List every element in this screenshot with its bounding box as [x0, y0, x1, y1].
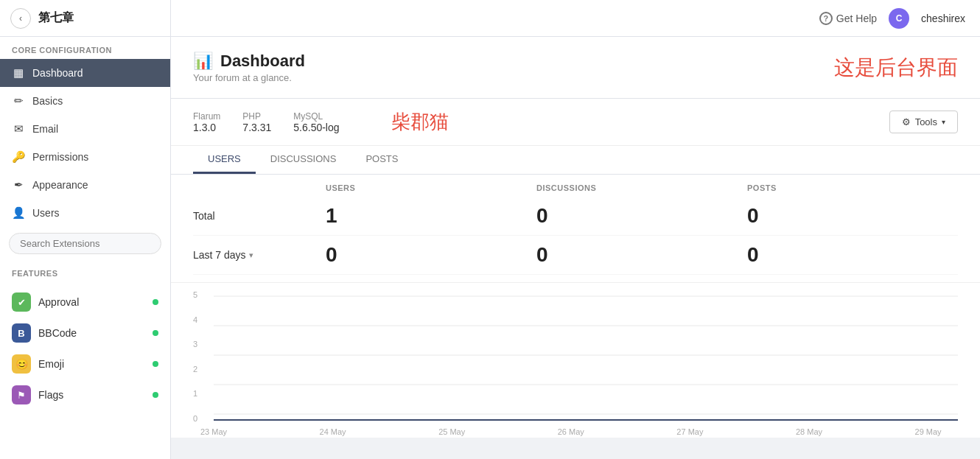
enabled-dot	[153, 392, 158, 398]
tools-button[interactable]: ⚙ Tools ▾	[889, 111, 958, 133]
main-area: ? Get Help C cheshirex 📊 Dashboard Your …	[171, 0, 980, 459]
chevron-down-icon[interactable]: ▾	[249, 250, 253, 260]
key-icon: 🔑	[12, 150, 25, 164]
dashboard-chart-icon: 📊	[193, 52, 213, 71]
sidebar-item-label: Dashboard	[32, 67, 83, 79]
last7days-label: Last 7 days ▾	[193, 249, 326, 261]
flags-icon: ⚑	[12, 385, 31, 404]
chinese-watermark2: 柴郡猫	[391, 109, 449, 135]
php-value: 7.3.31	[242, 122, 271, 133]
tools-label: Tools	[915, 116, 937, 127]
dashboard-header: 📊 Dashboard Your forum at a glance. 这是后台…	[171, 37, 980, 99]
y-axis: 0 1 2 3 4 5	[193, 290, 214, 438]
feature-label: BBCode	[38, 327, 145, 339]
mysql-value: 5.6.50-log	[293, 122, 339, 133]
tab-discussions[interactable]: DISCUSSIONS	[256, 146, 351, 174]
last7days-posts: 0	[747, 243, 958, 267]
help-label: Get Help	[836, 13, 877, 24]
sidebar-item-dashboard[interactable]: ▦ Dashboard	[0, 59, 170, 87]
sidebar-item-label: Permissions	[32, 151, 88, 163]
get-help-link[interactable]: ? Get Help	[819, 12, 877, 25]
stats-tabs: USERS DISCUSSIONS POSTS	[171, 146, 980, 175]
svg-text:25 May: 25 May	[438, 427, 466, 436]
chart-svg: 23 May 24 May 25 May 26 May 27 May 28 Ma…	[214, 290, 958, 438]
feature-item-bbcode[interactable]: B BBCode	[0, 318, 170, 348]
col-header-discussions: DISCUSSIONS	[536, 183, 747, 192]
svg-text:23 May: 23 May	[200, 427, 228, 436]
chart-container: 0 1 2 3 4 5	[193, 290, 958, 438]
stats-panel: Flarum 1.3.0 PHP 7.3.31 MySQL 5.6.50-log…	[171, 99, 980, 438]
total-discussions: 0	[536, 204, 747, 228]
tab-posts[interactable]: POSTS	[351, 146, 413, 174]
col-header-users: USERS	[326, 183, 536, 192]
username-label[interactable]: cheshirex	[921, 13, 965, 24]
email-icon: ✉	[12, 122, 25, 136]
total-posts: 0	[747, 204, 958, 228]
emoji-icon: 😊	[12, 354, 31, 374]
php-label: PHP	[242, 111, 271, 122]
feature-label: Approval	[38, 296, 145, 308]
flarum-value: 1.3.0	[193, 122, 220, 133]
sidebar-item-label: Basics	[32, 95, 63, 107]
sidebar-header: ‹ 第七章	[0, 0, 170, 37]
total-label: Total	[193, 210, 326, 222]
version-flarum: Flarum 1.3.0	[193, 111, 220, 133]
chart-inner: 23 May 24 May 25 May 26 May 27 May 28 Ma…	[214, 290, 958, 438]
sidebar: ‹ 第七章 CORE CONFIGURATION ▦ Dashboard ✏ B…	[0, 0, 171, 459]
stats-row-last7days: Last 7 days ▾ 0 0 0	[193, 236, 958, 275]
stats-row-total: Total 1 0 0	[193, 197, 958, 236]
sidebar-title: 第七章	[38, 10, 74, 26]
sidebar-item-label: Appearance	[32, 179, 88, 191]
sidebar-item-users[interactable]: 👤 Users	[0, 199, 170, 227]
chevron-down-icon: ▾	[942, 118, 945, 126]
last7days-discussions: 0	[536, 243, 747, 267]
mysql-label: MySQL	[293, 111, 339, 122]
main-content: 📊 Dashboard Your forum at a glance. 这是后台…	[171, 37, 980, 459]
chinese-watermark: 这是后台界面	[834, 54, 958, 82]
sidebar-item-label: Email	[32, 123, 58, 135]
svg-text:24 May: 24 May	[320, 427, 347, 436]
core-config-label: CORE CONFIGURATION	[0, 37, 170, 59]
pencil-icon: ✏	[12, 94, 25, 108]
search-extensions-input[interactable]	[9, 233, 161, 254]
gear-icon: ⚙	[902, 116, 911, 127]
last7days-users: 0	[326, 243, 536, 267]
version-php: PHP 7.3.31	[242, 111, 271, 133]
features-list: ✔ Approval B BBCode 😊 Emoji	[0, 282, 170, 415]
feature-label: Emoji	[38, 358, 145, 370]
help-icon: ?	[819, 12, 833, 25]
approval-icon: ✔	[12, 292, 31, 312]
feature-item-flags[interactable]: ⚑ Flags	[0, 379, 170, 410]
sidebar-item-permissions[interactable]: 🔑 Permissions	[0, 143, 170, 171]
total-users: 1	[326, 204, 536, 228]
enabled-dot	[153, 361, 158, 367]
users-icon: 👤	[12, 206, 25, 220]
flarum-label: Flarum	[193, 111, 220, 122]
sidebar-item-appearance[interactable]: ✒ Appearance	[0, 171, 170, 199]
feature-item-emoji[interactable]: 😊 Emoji	[0, 348, 170, 379]
chart-area: 0 1 2 3 4 5	[171, 282, 980, 438]
dashboard-icon: ▦	[12, 66, 25, 80]
enabled-dot	[153, 299, 158, 305]
sidebar-item-label: Users	[32, 207, 60, 219]
back-button[interactable]: ‹	[10, 8, 31, 29]
bbcode-icon: B	[12, 323, 31, 343]
dashboard-subtitle: Your forum at a glance.	[193, 72, 305, 83]
version-mysql: MySQL 5.6.50-log	[293, 111, 339, 133]
features-label: FEATURES	[0, 260, 170, 282]
stats-header: USERS DISCUSSIONS POSTS	[193, 175, 958, 197]
svg-text:29 May: 29 May	[915, 427, 942, 436]
user-avatar: C	[889, 8, 909, 29]
dashboard-title: Dashboard	[220, 52, 305, 71]
feature-label: Flags	[38, 389, 145, 401]
sidebar-item-email[interactable]: ✉ Email	[0, 115, 170, 143]
enabled-dot	[153, 330, 158, 336]
version-bar: Flarum 1.3.0 PHP 7.3.31 MySQL 5.6.50-log…	[171, 99, 980, 146]
dashboard-title-wrap: 📊 Dashboard	[193, 52, 305, 71]
stats-table: USERS DISCUSSIONS POSTS Total 1 0 0 Last…	[171, 175, 980, 282]
tab-users[interactable]: USERS	[193, 146, 256, 174]
sidebar-item-basics[interactable]: ✏ Basics	[0, 87, 170, 115]
feature-item-approval[interactable]: ✔ Approval	[0, 287, 170, 318]
search-extensions-wrap	[0, 227, 170, 260]
brush-icon: ✒	[12, 178, 25, 192]
